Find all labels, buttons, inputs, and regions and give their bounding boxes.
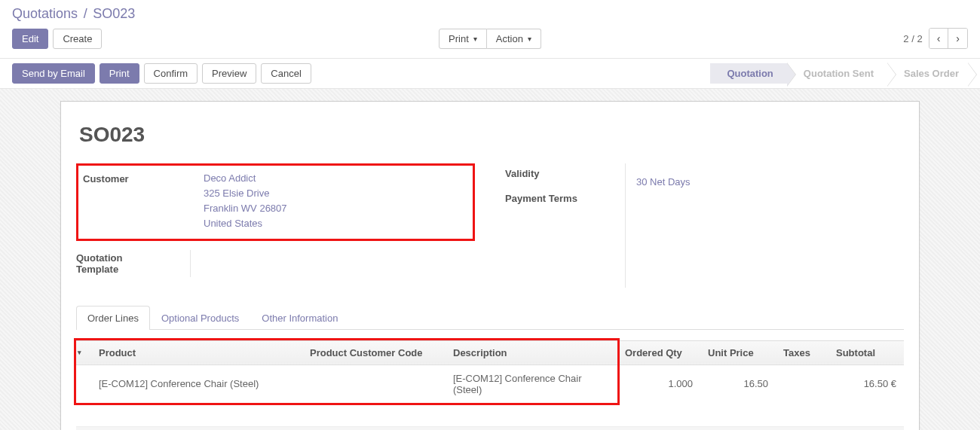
customer-highlight-box: Customer Deco Addict 325 Elsie Drive Fra… (76, 163, 475, 241)
customer-street: 325 Elsie Drive (204, 186, 467, 201)
order-lines-header-row: ▾ Product Product Customer Code Descript… (76, 340, 904, 364)
status-step-sales-order[interactable]: Sales Order (887, 63, 968, 84)
cell-qty: 1.000 (617, 364, 700, 403)
customer-name: Deco Addict (204, 171, 467, 186)
cell-code (302, 364, 446, 403)
status-step-quotation-sent[interactable]: Quotation Sent (787, 63, 887, 84)
cell-taxes (776, 364, 828, 403)
order-lines-panel: ▾ Product Product Customer Code Descript… (76, 340, 904, 404)
chevron-right-icon: › (956, 32, 960, 44)
validity-label: Validity (505, 166, 540, 181)
status-bar: Send by Email Print Confirm Preview Canc… (0, 58, 980, 89)
col-description[interactable]: Description (446, 340, 617, 364)
col-subtotal[interactable]: Subtotal (828, 340, 904, 364)
create-button[interactable]: Create (53, 29, 102, 49)
dropdown-toggle-icon[interactable]: ▾ (76, 340, 91, 364)
pager-prev-button[interactable]: ‹ (929, 29, 949, 48)
action-dropdown[interactable]: Action ▾ (487, 29, 541, 49)
quotation-template-label: Quotation Template (76, 250, 191, 277)
cell-price: 16.50 (700, 364, 776, 403)
breadcrumb-separator: / (84, 6, 87, 21)
col-unit-price[interactable]: Unit Price (700, 340, 776, 364)
chevron-left-icon: ‹ (937, 32, 941, 44)
col-ordered-qty[interactable]: Ordered Qty (617, 340, 700, 364)
cell-subtotal: 16.50 € (828, 364, 904, 403)
print-dropdown-label: Print (449, 33, 469, 44)
table-row[interactable]: [E-COM12] Conference Chair (Steel) [E-CO… (76, 364, 904, 403)
pager-next-button[interactable]: › (948, 29, 967, 48)
customer-country: United States (204, 216, 467, 231)
control-bar: Edit Create Print ▾ Action ▾ 2 / 2 ‹ (0, 25, 980, 58)
customer-value[interactable]: Deco Addict 325 Elsie Drive Franklin WV … (204, 171, 467, 232)
breadcrumb: Quotations / SO023 (0, 0, 980, 25)
payment-terms-label: Payment Terms (505, 191, 577, 206)
confirm-button[interactable]: Confirm (144, 63, 198, 84)
col-product[interactable]: Product (91, 340, 302, 364)
summary-band (76, 426, 904, 430)
quotation-template-value[interactable] (200, 250, 475, 277)
cancel-button[interactable]: Cancel (261, 63, 311, 84)
tabs: Order Lines Optional Products Other Info… (76, 306, 904, 330)
customer-label: Customer (83, 171, 204, 232)
caret-down-icon: ▾ (528, 35, 531, 43)
page-title: SO023 (79, 123, 904, 147)
preview-button[interactable]: Preview (202, 63, 256, 84)
cell-product: [E-COM12] Conference Chair (Steel) (91, 364, 302, 403)
edit-button[interactable]: Edit (12, 29, 48, 49)
caret-down-icon: ▾ (473, 35, 477, 43)
customer-city: Franklin WV 26807 (204, 201, 467, 216)
cell-description: [E-COM12] Conference Chair (Steel) (446, 364, 617, 403)
tab-optional-products[interactable]: Optional Products (150, 306, 250, 330)
send-by-email-button[interactable]: Send by Email (12, 63, 95, 84)
form-sheet: SO023 Customer Deco Addict 325 Elsie Dri… (60, 101, 920, 430)
pager-count: 2 / 2 (903, 33, 922, 44)
action-dropdown-label: Action (496, 33, 523, 44)
breadcrumb-root-link[interactable]: Quotations (12, 6, 78, 21)
col-product-customer-code[interactable]: Product Customer Code (302, 340, 446, 364)
col-taxes[interactable]: Taxes (776, 340, 828, 364)
status-step-quotation[interactable]: Quotation (710, 63, 786, 84)
tab-order-lines[interactable]: Order Lines (76, 306, 150, 330)
print-dropdown[interactable]: Print ▾ (439, 29, 487, 49)
payment-terms-value[interactable]: 30 Net Days (636, 175, 904, 190)
breadcrumb-current: SO023 (93, 6, 135, 21)
print-button[interactable]: Print (100, 63, 139, 84)
tab-other-information[interactable]: Other Information (250, 306, 349, 330)
